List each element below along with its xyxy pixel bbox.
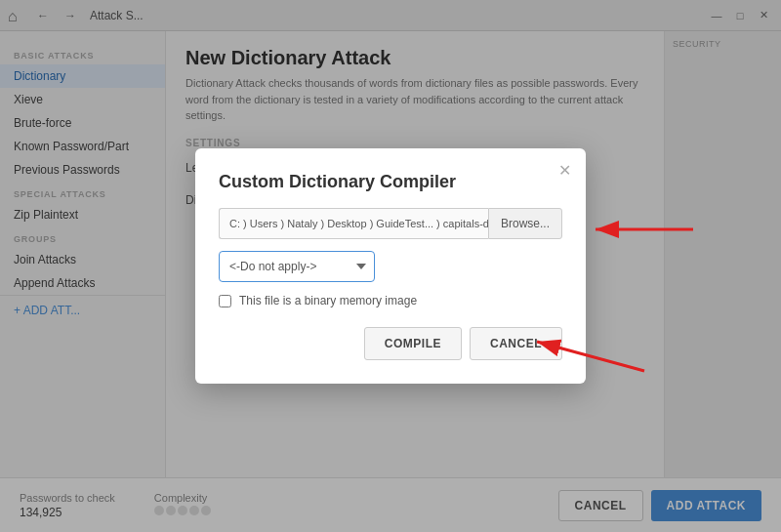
modal-cancel-button[interactable]: CANCEL xyxy=(470,327,562,360)
modal-close-button[interactable]: ✕ xyxy=(555,160,574,180)
browse-button[interactable]: Browse... xyxy=(488,208,562,239)
checkbox-row: This file is a binary memory image xyxy=(219,294,562,307)
binary-image-checkbox[interactable] xyxy=(219,295,231,307)
modal-dialog: ✕ Custom Dictionary Compiler C: ) Users … xyxy=(195,148,586,384)
app-window: ⌂ ← → Attack S... — □ ✕ BASIC ATTACKS Di… xyxy=(0,0,781,532)
checkbox-label: This file is a binary memory image xyxy=(239,294,417,307)
select-row: <-Do not apply-> xyxy=(219,251,562,282)
modal-footer: COMPILE CANCEL xyxy=(219,327,562,360)
modal-overlay: ✕ Custom Dictionary Compiler C: ) Users … xyxy=(0,0,781,532)
file-row: C: ) Users ) Nataly ) Desktop ) GuideTes… xyxy=(219,208,562,239)
compile-button[interactable]: COMPILE xyxy=(364,327,462,360)
browse-arrow xyxy=(586,215,703,244)
file-path-display: C: ) Users ) Nataly ) Desktop ) GuideTes… xyxy=(219,208,488,239)
apply-select[interactable]: <-Do not apply-> xyxy=(219,251,375,282)
modal-title: Custom Dictionary Compiler xyxy=(219,172,562,192)
